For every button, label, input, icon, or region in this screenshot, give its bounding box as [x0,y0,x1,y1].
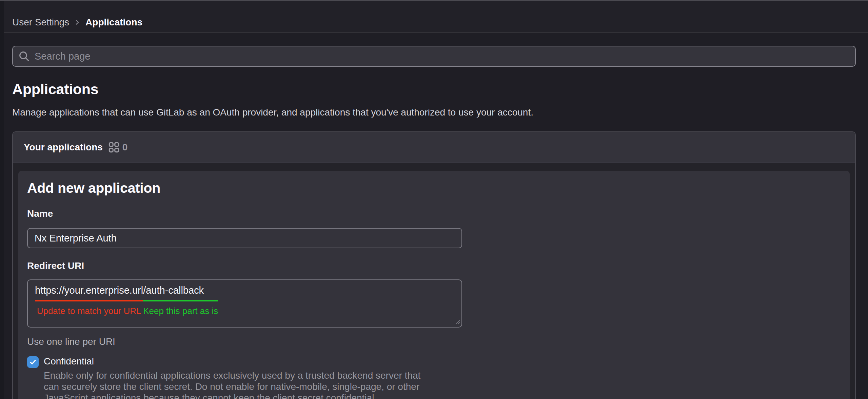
application-name-input[interactable] [27,228,462,248]
breadcrumb: User Settings Applications [12,17,142,28]
annotation-keep-part: Keep this part as is [143,306,218,316]
search-box[interactable] [12,46,856,67]
your-applications-card: Your applications 0 Add new application … [12,131,856,399]
main-content: Applications Manage applications that ca… [0,46,868,399]
breadcrumb-bar: User Settings Applications [0,1,868,33]
uri-red-column: https://your.enterprise.url Update to ma… [35,285,143,316]
confidential-description-line: JavaScript applications because they can… [44,392,420,399]
confidential-row: Confidential Enable only for confidentia… [27,356,841,399]
redirect-uri-value: https://your.enterprise.url Update to ma… [35,285,461,316]
textarea-resize-handle-icon[interactable] [453,317,460,326]
applications-count: 0 [122,142,128,153]
your-applications-title: Your applications [24,142,103,153]
name-label: Name [27,208,841,219]
redirect-uri-green-part: /auth-callback [143,285,218,301]
redirect-uri-help: Use one line per URI [27,336,841,347]
confidential-description: Enable only for confidential application… [44,370,420,399]
window-left-edge [0,1,4,399]
chevron-right-icon [73,18,81,26]
apps-grid-icon [108,142,120,153]
redirect-uri-label: Redirect URI [27,260,841,271]
your-applications-header: Your applications 0 [13,132,855,163]
redirect-uri-red-part: https://your.enterprise.url [35,285,143,301]
breadcrumb-current: Applications [85,17,142,28]
search-input[interactable] [35,46,850,66]
confidential-label[interactable]: Confidential [44,356,94,366]
confidential-checkbox[interactable] [27,356,39,368]
page-title: Applications [12,81,856,98]
confidential-description-line: can securely store the client secret. Do… [44,381,420,392]
card-body: Add new application Name Redirect URI ht… [13,163,855,399]
uri-green-column: /auth-callback Keep this part as is [143,285,218,316]
add-application-title: Add new application [27,180,841,196]
breadcrumb-user-settings[interactable]: User Settings [12,17,69,28]
confidential-text-block: Confidential Enable only for confidentia… [44,356,420,399]
check-icon [28,358,37,366]
redirect-uri-textarea[interactable]: https://your.enterprise.url Update to ma… [27,279,462,328]
add-application-panel: Add new application Name Redirect URI ht… [18,171,850,399]
search-icon [18,50,30,62]
confidential-description-line: Enable only for confidential application… [44,370,420,381]
page-description: Manage applications that can use GitLab … [12,107,856,118]
annotation-update-url: Update to match your URL [37,306,141,316]
